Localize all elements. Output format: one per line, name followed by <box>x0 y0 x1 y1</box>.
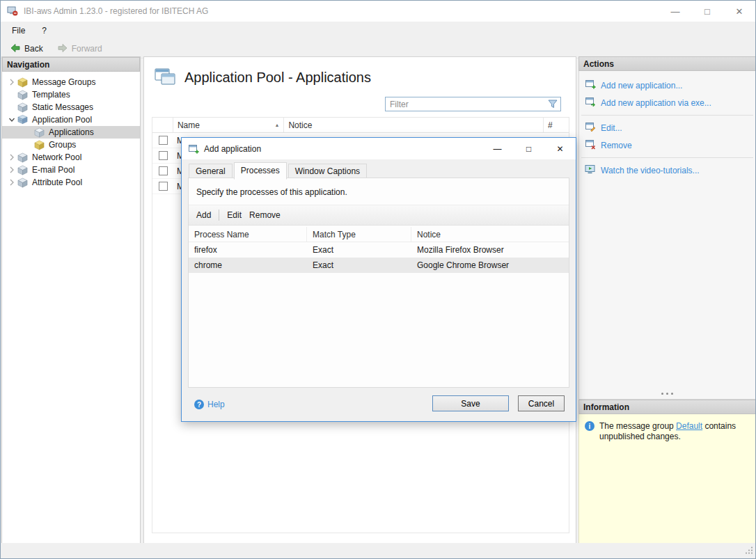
processes-toolbar: Add Edit Remove <box>189 205 569 226</box>
filter-funnel-icon[interactable] <box>548 100 558 109</box>
toolbar-separator <box>219 210 219 221</box>
chevron-down-icon[interactable] <box>6 116 17 123</box>
action-label: Add new application via exe... <box>601 98 711 108</box>
window-controls: — □ ✕ <box>659 1 755 22</box>
process-row-chrome[interactable]: chrome Exact Google Chrome Browser <box>189 258 569 273</box>
row-checkbox[interactable] <box>159 166 168 175</box>
menu-file[interactable]: File <box>12 26 25 36</box>
action-add-new-application[interactable]: Add new application... <box>579 77 755 94</box>
sidebar-item-network-pool[interactable]: Network Pool <box>2 151 140 164</box>
action-watch-video-tutorials[interactable]: Watch the video-tutorials... <box>579 162 755 179</box>
info-text-before: The message group <box>599 421 676 431</box>
action-label: Add new application... <box>601 81 682 90</box>
sidebar-item-label: E-mail Pool <box>32 165 74 175</box>
maximize-button[interactable]: □ <box>691 1 723 22</box>
remove-icon <box>585 139 596 152</box>
action-remove[interactable]: Remove <box>579 136 755 154</box>
sidebar-item-attribute-pool[interactable]: Attribute Pool <box>2 176 140 189</box>
column-header-notice[interactable]: Notice <box>411 227 569 242</box>
sidebar-item-label: Templates <box>32 90 70 100</box>
sidebar-item-message-groups[interactable]: Message Groups <box>2 76 140 88</box>
help-link[interactable]: ? Help <box>194 400 225 409</box>
default-message-group-link[interactable]: Default <box>676 421 702 431</box>
add-process-button[interactable]: Add <box>196 210 211 220</box>
navigation-panel: Navigation Message Groups <box>1 56 141 544</box>
chevron-right-icon[interactable] <box>6 154 17 161</box>
sidebar-item-label: Static Messages <box>32 102 93 112</box>
sidebar-item-email-pool[interactable]: E-mail Pool <box>2 164 140 176</box>
action-label: Edit... <box>601 123 622 133</box>
network-pool-icon <box>17 152 29 163</box>
app-window: IBI-aws Admin 1.23.0 - registered for IB… <box>0 0 756 559</box>
filter-input[interactable] <box>386 100 548 109</box>
sidebar-item-application-pool[interactable]: Application Pool <box>2 113 140 126</box>
sidebar-item-templates[interactable]: Templates <box>2 88 140 101</box>
row-checkbox[interactable] <box>159 151 168 160</box>
groups-icon <box>34 140 45 150</box>
forward-arrow-icon <box>57 42 68 56</box>
dialog-controls: — □ ✕ <box>482 138 576 159</box>
cancel-button[interactable]: Cancel <box>518 395 565 411</box>
resize-grip[interactable] <box>746 546 753 556</box>
chevron-right-icon[interactable] <box>6 179 17 186</box>
attribute-pool-icon <box>17 178 29 188</box>
message-groups-icon <box>17 77 29 88</box>
main-toolbar: Back Forward <box>1 40 755 58</box>
row-checkbox[interactable] <box>159 136 168 145</box>
back-button[interactable]: Back <box>5 41 48 57</box>
sidebar-item-static-messages[interactable]: Static Messages <box>2 101 140 113</box>
help-icon: ? <box>194 400 204 409</box>
info-icon: i <box>585 421 594 431</box>
column-header-notice[interactable]: Notice <box>284 118 544 132</box>
row-checkbox[interactable] <box>159 182 168 191</box>
tab-processes[interactable]: Processes <box>234 162 287 180</box>
sidebar-item-label: Application Pool <box>32 115 92 125</box>
processes-description: Specify the processes of this applicatio… <box>189 178 569 205</box>
dialog-close-button[interactable]: ✕ <box>544 138 576 159</box>
process-row-firefox[interactable]: firefox Exact Mozilla Firefox Browser <box>189 242 569 258</box>
chevron-right-icon[interactable] <box>6 166 17 173</box>
help-label: Help <box>207 400 225 409</box>
menu-help[interactable]: ? <box>42 26 47 36</box>
chevron-right-icon[interactable] <box>6 79 17 86</box>
menubar: File ? <box>1 22 755 40</box>
sidebar-item-groups[interactable]: Groups <box>2 139 140 151</box>
actions-header: Actions <box>578 56 756 71</box>
email-pool-icon <box>17 165 29 175</box>
notice-cell: Google Chrome Browser <box>411 260 569 270</box>
process-name-cell: firefox <box>189 245 307 255</box>
actions-separator <box>581 115 753 116</box>
save-button[interactable]: Save <box>432 395 509 411</box>
add-application-exe-icon <box>585 96 596 109</box>
panel-splitter-handle[interactable] <box>579 387 755 397</box>
sidebar-item-label: Message Groups <box>32 77 95 87</box>
edit-process-button[interactable]: Edit <box>227 210 242 220</box>
match-type-cell: Exact <box>307 260 411 270</box>
close-button[interactable]: ✕ <box>723 1 755 22</box>
select-all-column[interactable] <box>152 118 173 132</box>
action-add-new-application-via-exe[interactable]: Add new application via exe... <box>579 94 755 111</box>
application-pool-icon <box>17 115 29 125</box>
forward-button[interactable]: Forward <box>52 41 107 57</box>
column-header-name[interactable]: Name ▲ <box>173 118 284 132</box>
information-message: The message group Default contains unpub… <box>599 421 750 536</box>
video-tutorials-icon <box>585 164 596 177</box>
action-edit[interactable]: Edit... <box>579 119 755 136</box>
notice-cell: Mozilla Firefox Browser <box>411 245 569 255</box>
information-body: i The message group Default contains unp… <box>578 414 756 544</box>
dialog-titlebar: Add application — □ ✕ <box>182 138 576 159</box>
sidebar-item-label: Groups <box>49 140 76 150</box>
column-header-match-type[interactable]: Match Type <box>307 227 411 242</box>
dialog-minimize-button[interactable]: — <box>482 138 513 159</box>
actions-separator <box>581 157 753 158</box>
navigation-tree: Message Groups Templates <box>2 72 140 189</box>
column-header-process-name[interactable]: Process Name <box>189 227 307 242</box>
column-header-count[interactable]: # <box>544 118 569 132</box>
dialog-maximize-button[interactable]: □ <box>513 138 544 159</box>
sidebar-item-applications[interactable]: Applications <box>2 126 140 139</box>
remove-process-button[interactable]: Remove <box>249 210 281 220</box>
sidebar-item-label: Applications <box>49 127 94 137</box>
minimize-button[interactable]: — <box>659 1 691 22</box>
match-type-cell: Exact <box>307 245 411 255</box>
back-arrow-icon <box>10 42 21 56</box>
